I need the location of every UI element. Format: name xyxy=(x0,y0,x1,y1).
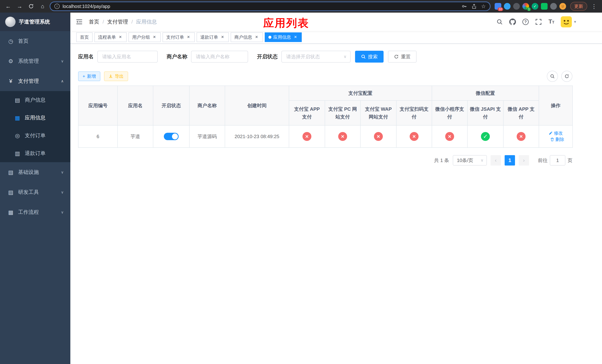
sidebar-item-home[interactable]: ◷ 首页 xyxy=(0,31,70,51)
tab-label: 商户信息 xyxy=(234,34,252,40)
status-select[interactable]: 请选择开启状态 ∨ xyxy=(281,51,351,63)
tab-close-icon[interactable]: × xyxy=(186,35,191,40)
enabled-toggle[interactable] xyxy=(164,133,179,140)
sidebar-item-system[interactable]: ⚙ 系统管理 ∨ xyxy=(0,51,70,71)
tab-close-icon[interactable]: × xyxy=(254,35,259,40)
refund-order-icon: ▥ xyxy=(14,150,21,157)
page-size-select[interactable]: 10条/页 ∨ xyxy=(453,155,487,166)
share-icon[interactable] xyxy=(472,4,477,9)
refresh-button[interactable] xyxy=(561,71,572,82)
search-icon[interactable] xyxy=(496,18,503,26)
app-name-input[interactable] xyxy=(97,51,158,63)
search-button[interactable]: 搜索 xyxy=(355,51,384,63)
page-size-value: 10条/页 xyxy=(457,157,473,164)
avatar[interactable] xyxy=(561,16,572,27)
home-button[interactable]: ⌂ xyxy=(38,2,47,11)
tab-merchant-info[interactable]: 商户信息 × xyxy=(231,32,263,42)
extension-icon-8[interactable] xyxy=(559,3,566,10)
goto-suffix: 页 xyxy=(568,157,572,164)
total-count: 共 1 条 xyxy=(434,157,449,164)
chevron-up-icon: ∧ xyxy=(61,79,64,83)
help-icon[interactable]: ? xyxy=(522,18,529,26)
back-button[interactable]: ← xyxy=(4,2,13,11)
tab-close-icon[interactable]: × xyxy=(152,35,157,40)
extension-badge: 10 xyxy=(498,7,503,11)
sidebar-item-pay-order[interactable]: ◎ 支付订单 xyxy=(0,127,70,144)
col-header-created: 创建时间 xyxy=(225,86,289,125)
goto-page-input[interactable] xyxy=(550,155,565,166)
breadcrumb-home[interactable]: 首页 xyxy=(89,18,99,25)
extension-icon-7[interactable] xyxy=(550,3,557,10)
sidebar-item-infrastructure[interactable]: ▧ 基础设施 ∨ xyxy=(0,162,70,182)
main-area: 首页 / 支付管理 / 应用信息 应用列表 ? TT xyxy=(70,13,602,364)
sidebar-item-payment[interactable]: ¥ 支付管理 ∧ xyxy=(0,71,70,91)
fullscreen-icon[interactable] xyxy=(535,18,542,26)
sidebar-item-refund-order[interactable]: ▥ 退款订单 xyxy=(0,144,70,162)
reset-button[interactable]: 重置 xyxy=(388,51,417,63)
col-header-merchant: 商户名称 xyxy=(189,86,225,125)
extension-icon-3[interactable] xyxy=(513,3,520,10)
tab-process-form[interactable]: 流程表单 × xyxy=(94,32,127,42)
github-icon[interactable] xyxy=(509,18,516,26)
browser-update-button[interactable]: 更新 xyxy=(570,2,587,11)
breadcrumb-payment[interactable]: 支付管理 xyxy=(107,18,128,25)
password-key-icon[interactable] xyxy=(462,3,467,9)
sidebar-item-label: 商户信息 xyxy=(25,96,45,104)
extension-icon-4[interactable]: 1 xyxy=(522,3,529,10)
table-toolbar: + 新增 导出 xyxy=(78,71,572,82)
sidebar-item-workflow[interactable]: ▩ 工作流程 ∨ xyxy=(0,202,70,222)
sidebar-item-label: 退款订单 xyxy=(25,150,45,157)
browser-menu-icon[interactable]: ⋮ xyxy=(590,3,598,10)
alipay-qr-status-cell: × xyxy=(396,125,432,148)
extension-icon-6[interactable] xyxy=(541,3,548,10)
reset-button-label: 重置 xyxy=(401,54,411,60)
disabled-status-icon: × xyxy=(445,132,454,141)
tab-user-group[interactable]: 用户分组 × xyxy=(129,32,161,42)
tab-close-icon[interactable]: × xyxy=(293,35,298,40)
wechat-jsapi-status-cell: ✓ xyxy=(467,125,503,148)
extension-icon-5[interactable]: ✓ xyxy=(532,3,538,10)
breadcrumb: 首页 / 支付管理 / 应用信息 xyxy=(89,18,157,25)
address-bar[interactable]: i localhost:1024/pay/app ☆ xyxy=(50,1,491,11)
add-button-label: 新增 xyxy=(87,73,96,79)
toggle-search-button[interactable] xyxy=(547,71,558,82)
reload-button[interactable] xyxy=(27,2,35,11)
extension-icon-2[interactable] xyxy=(504,3,511,10)
merchant-name-input[interactable] xyxy=(191,51,248,63)
delete-button-label: 删除 xyxy=(555,137,564,142)
merchant-cell: 芋道源码 xyxy=(189,125,225,148)
tab-refund-order[interactable]: 退款订单 × xyxy=(197,32,229,42)
sidebar-item-label: 首页 xyxy=(18,38,29,45)
tab-home[interactable]: 首页 xyxy=(76,32,93,42)
edit-button[interactable]: 修改 xyxy=(549,130,563,136)
sidebar-item-merchant-info[interactable]: ▤ 商户信息 xyxy=(0,91,70,109)
page-1-button[interactable]: 1 xyxy=(505,155,515,166)
sidebar-item-app-info[interactable]: ▦ 应用信息 xyxy=(0,109,70,127)
extension-icon-1[interactable]: 10 xyxy=(495,3,501,10)
sidebar-fold-icon[interactable] xyxy=(75,18,83,26)
sidebar-item-devtools[interactable]: ▨ 研发工具 ∨ xyxy=(0,182,70,202)
col-header-alipay-wap: 支付宝 WAP 网站支付 xyxy=(360,101,396,125)
tab-pay-order[interactable]: 支付订单 × xyxy=(162,32,195,42)
col-header-actions: 操作 xyxy=(539,86,573,125)
delete-button[interactable]: 删除 xyxy=(550,137,564,142)
add-button[interactable]: + 新增 xyxy=(78,72,100,81)
export-button[interactable]: 导出 xyxy=(104,72,128,81)
next-page-button[interactable]: › xyxy=(519,155,529,166)
site-info-icon[interactable]: i xyxy=(54,4,60,9)
page-content: 应用名 商户名称 开启状态 请选择开启状态 ∨ 搜索 重置 xyxy=(70,44,602,174)
forward-button[interactable]: → xyxy=(15,2,24,11)
chevron-down-icon: ∨ xyxy=(61,190,64,194)
tab-close-icon[interactable]: × xyxy=(220,35,225,40)
tab-app-info[interactable]: 应用信息 × xyxy=(265,32,302,42)
workflow-icon: ▩ xyxy=(7,209,14,215)
font-size-icon[interactable]: TT xyxy=(548,18,555,26)
prev-page-button[interactable]: ‹ xyxy=(491,155,501,166)
bookmark-star-icon[interactable]: ☆ xyxy=(481,3,486,10)
user-menu[interactable]: ▾ xyxy=(561,16,576,27)
disabled-status-icon: × xyxy=(338,132,347,141)
tab-label: 支付订单 xyxy=(166,34,184,40)
col-header-wechat-jsapi: 微信 JSAPI 支付 xyxy=(467,101,503,125)
tab-close-icon[interactable]: × xyxy=(118,35,123,40)
search-button-label: 搜索 xyxy=(368,54,378,60)
